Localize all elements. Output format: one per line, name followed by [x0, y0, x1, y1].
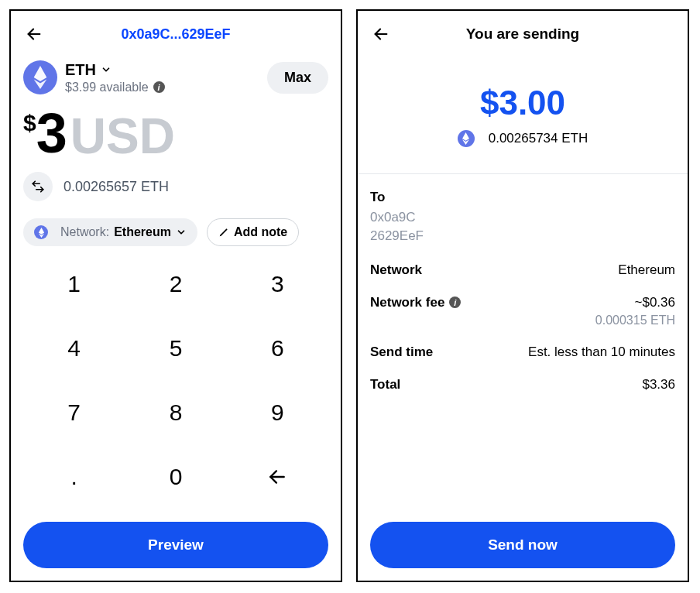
key-3[interactable]: 3 — [227, 260, 328, 308]
total-label: Total — [370, 377, 400, 392]
back-button[interactable] — [23, 23, 45, 45]
key-7[interactable]: 7 — [23, 389, 125, 437]
arrow-left-icon — [26, 26, 43, 43]
send-confirm-screen: You are sending $3.00 0.00265734 ETH To … — [356, 9, 689, 582]
currency-symbol: $ — [23, 110, 36, 136]
key-backspace[interactable] — [227, 453, 328, 501]
key-9[interactable]: 9 — [227, 389, 328, 437]
pencil-icon — [218, 227, 229, 238]
swap-currency-button[interactable] — [23, 172, 53, 201]
recipient-address[interactable]: 0x0a9C...629EeF — [45, 26, 307, 43]
key-8[interactable]: 8 — [125, 389, 226, 437]
amount-summary: $3.00 0.00265734 ETH — [370, 84, 675, 147]
key-0[interactable]: 0 — [125, 453, 226, 501]
arrow-left-icon — [372, 26, 389, 43]
amount-usd: $3.00 — [370, 84, 675, 122]
add-note-button[interactable]: Add note — [207, 218, 299, 246]
network-value: Ethereum — [114, 225, 171, 239]
eth-icon — [458, 130, 475, 147]
to-address: 0x0a9C 2629EeF — [370, 208, 675, 245]
key-dot[interactable]: . — [23, 453, 125, 501]
asset-symbol: ETH — [65, 61, 96, 79]
key-2[interactable]: 2 — [125, 260, 226, 308]
network-label: Network — [370, 262, 422, 278]
back-button[interactable] — [370, 23, 392, 45]
header: You are sending — [370, 22, 675, 46]
detail-total: Total $3.36 — [370, 377, 675, 392]
network-label: Network: — [60, 225, 109, 239]
asset-info: ETH $3.99 available i — [65, 61, 165, 94]
fee-usd: ~$0.36 — [595, 295, 675, 310]
numeric-keypad: 1 2 3 4 5 6 7 8 9 . 0 — [23, 260, 328, 517]
amount-crypto: 0.00265734 ETH — [489, 131, 588, 146]
network-selector[interactable]: Network: Ethereum — [23, 218, 197, 246]
amount-crypto-row: 0.00265734 ETH — [370, 130, 675, 147]
to-label: To — [370, 190, 675, 205]
send-time-label: Send time — [370, 344, 433, 360]
ethereum-glyph-icon — [32, 66, 49, 89]
swap-icon — [31, 180, 45, 194]
key-6[interactable]: 6 — [227, 324, 328, 372]
detail-network: Network Ethereum — [370, 262, 675, 278]
header: 0x0a9C...629EeF — [23, 22, 328, 46]
send-now-button[interactable]: Send now — [370, 522, 675, 568]
fee-crypto: 0.000315 ETH — [595, 314, 675, 327]
chevron-down-icon — [101, 64, 112, 75]
detail-network-fee: Network fee i ~$0.36 0.000315 ETH — [370, 295, 675, 327]
detail-to: To 0x0a9C 2629EeF — [370, 190, 675, 245]
spacer — [370, 392, 675, 517]
key-5[interactable]: 5 — [125, 324, 226, 372]
max-button[interactable]: Max — [267, 62, 328, 94]
currency-code: USD — [70, 111, 175, 161]
transaction-details: To 0x0a9C 2629EeF Network Ethereum Netwo… — [370, 190, 675, 392]
conversion-row: 0.00265657 ETH — [23, 172, 328, 201]
send-time-value: Est. less than 10 minutes — [528, 344, 675, 360]
info-icon[interactable]: i — [153, 81, 165, 93]
options-row: Network: Ethereum Add note — [23, 218, 328, 246]
fee-values: ~$0.36 0.000315 ETH — [595, 295, 675, 327]
available-balance: $3.99 available i — [65, 81, 165, 94]
total-value: $3.36 — [642, 377, 675, 392]
key-4[interactable]: 4 — [23, 324, 125, 372]
page-title: You are sending — [392, 26, 654, 43]
network-value: Ethereum — [618, 262, 675, 278]
chevron-down-icon — [176, 227, 187, 238]
arrow-left-icon — [267, 467, 287, 487]
preview-button[interactable]: Preview — [23, 522, 328, 568]
key-1[interactable]: 1 — [23, 260, 125, 308]
info-icon[interactable]: i — [449, 296, 461, 308]
send-entry-screen: 0x0a9C...629EeF ETH $3.99 available i Ma… — [9, 9, 342, 582]
converted-amount: 0.00265657 ETH — [63, 179, 169, 195]
eth-icon — [34, 225, 48, 239]
asset-selector[interactable]: ETH — [65, 61, 165, 79]
eth-icon — [23, 60, 57, 94]
fee-label: Network fee i — [370, 295, 461, 310]
divider — [358, 173, 688, 174]
asset-selector-row: ETH $3.99 available i Max — [23, 60, 328, 94]
amount-value: 3 — [36, 105, 67, 161]
detail-send-time: Send time Est. less than 10 minutes — [370, 344, 675, 360]
amount-display: $ 3 USD — [23, 105, 328, 161]
